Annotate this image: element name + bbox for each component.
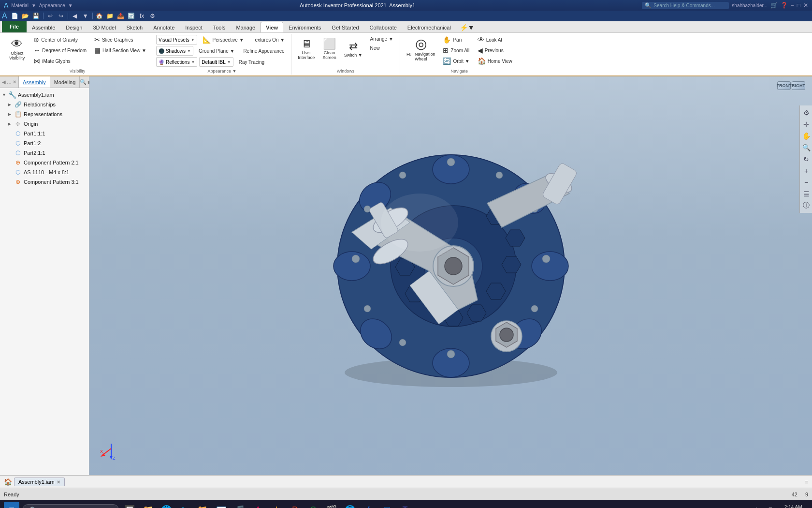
taskbar-music-icon[interactable]: 🎵	[232, 502, 247, 508]
help-icon[interactable]: ❓	[781, 2, 788, 9]
taskbar-powerpoint-icon[interactable]: P	[287, 502, 303, 508]
rt-rotate-btn[interactable]: ↻	[801, 154, 812, 164]
tree-item-as1110[interactable]: ⬡ AS 1110 - M4 x 8:1	[0, 167, 89, 177]
tree-item-representations[interactable]: ▶ 📋 Representations	[0, 109, 89, 119]
tab-view[interactable]: View	[261, 22, 283, 32]
tab-manage[interactable]: Manage	[231, 22, 261, 32]
tab-tools[interactable]: Tools	[208, 22, 231, 32]
expander-origin[interactable]: ▶	[8, 121, 14, 126]
rt-zoom-btn[interactable]: 🔍	[801, 142, 812, 153]
search-box[interactable]: 🔍 Search Help & Commands...	[642, 2, 729, 9]
imate-glyphs-button[interactable]: ⋈ iMate Glyphs	[30, 56, 90, 66]
maximize-button[interactable]: □	[797, 2, 800, 9]
home-icon-btn[interactable]: 🏠	[4, 478, 12, 486]
document-tab-assembly1[interactable]: Assembly1.iam ✕	[14, 478, 65, 486]
tab-bar-options[interactable]: ≡	[805, 479, 808, 485]
taskbar-davinci-icon[interactable]: 🎬	[324, 502, 339, 508]
expander-relationships[interactable]: ▶	[8, 102, 14, 107]
tab-3dmodel[interactable]: 3D Model	[88, 22, 121, 32]
qa-open[interactable]: 📂	[21, 12, 30, 20]
taskbar-explorer-icon[interactable]: 📂	[195, 502, 211, 508]
cart-icon[interactable]: 🛒	[770, 2, 778, 9]
new-window-button[interactable]: New	[367, 44, 397, 52]
panel-close-btn[interactable]: ✕	[13, 79, 16, 85]
rt-zoom-in-btn[interactable]: +	[801, 165, 812, 176]
tab-design[interactable]: Design	[60, 22, 87, 32]
qa-back[interactable]: ◀	[70, 12, 80, 20]
reflections-dropdown[interactable]: 🔮 Reflections ▼	[156, 57, 197, 67]
expander-representations[interactable]: ▶	[8, 112, 14, 117]
arrange-button[interactable]: Arrange ▼	[367, 35, 397, 43]
view-cube-front[interactable]: FRONT	[777, 81, 791, 90]
rt-cursor-btn[interactable]: ✛	[801, 119, 812, 130]
refine-appearance-button[interactable]: Refine Appearance	[240, 47, 288, 55]
taskbar-edge-icon[interactable]: 🌐	[159, 502, 174, 508]
tab-environments[interactable]: Environments	[283, 22, 326, 32]
zoom-all-button[interactable]: ⊞ Zoom All	[439, 45, 473, 55]
ray-tracing-button[interactable]: Ray Tracing	[235, 58, 268, 66]
panel-search-icon[interactable]: 🔍	[80, 79, 87, 85]
taskbar-notifications[interactable]: □	[804, 506, 808, 508]
taskbar-facebook-icon[interactable]: f	[361, 502, 376, 508]
tab-getstarted[interactable]: Get Started	[326, 22, 364, 32]
orbit-button[interactable]: 🔄 Orbit ▼	[439, 56, 473, 66]
tab-file[interactable]: File	[2, 21, 27, 32]
qa-publish[interactable]: 📤	[116, 12, 126, 20]
tab-collaborate[interactable]: Collaborate	[364, 22, 402, 32]
qa-open2[interactable]: 📁	[105, 12, 115, 20]
previous-view-button[interactable]: ◀ Previous	[474, 45, 516, 55]
qa-settings[interactable]: ⚙	[148, 12, 158, 20]
panel-back-btn[interactable]: ◀	[2, 79, 6, 85]
half-section-button[interactable]: ▦ Half Section View ▼	[91, 45, 150, 55]
taskbar-search[interactable]: 🔍 Type here to search	[22, 504, 119, 508]
tab-inspect[interactable]: Inspect	[180, 22, 207, 32]
tree-item-part1-1-1[interactable]: ⬡ Part1:1:1	[0, 129, 89, 138]
tree-item-comp-pattern-3-1[interactable]: ⊕ Component Pattern 3:1	[0, 177, 89, 187]
pan-button[interactable]: ✋ Pan	[439, 35, 473, 45]
textures-button[interactable]: Textures On ▼	[249, 36, 289, 44]
qa-redo[interactable]: ↪	[56, 12, 66, 20]
tab-annotate[interactable]: Annotate	[148, 22, 180, 32]
close-button[interactable]: ✕	[803, 2, 808, 9]
rt-layers-btn[interactable]: ☰	[801, 189, 812, 199]
expander-assembly1[interactable]: ▼	[2, 92, 8, 97]
look-at-button[interactable]: 👁 Look At	[474, 35, 516, 45]
taskbar-mail-icon[interactable]: 📧	[214, 502, 229, 508]
taskbar-clock[interactable]: 2:14 AM 10/4/2020	[781, 505, 802, 508]
taskbar-chrome-icon[interactable]: 🌐	[342, 502, 358, 508]
qa-dropdown[interactable]: ▼	[81, 12, 90, 20]
user-interface-button[interactable]: 🖥 UserInterface	[294, 35, 318, 64]
panel-fwd-btn[interactable]: …	[7, 79, 12, 85]
clean-screen-button[interactable]: ⬜ CleanScreen	[319, 35, 340, 64]
home-view-button[interactable]: 🏠 Home View	[474, 56, 516, 66]
taskbar-task-view[interactable]: 🔲	[122, 502, 137, 508]
start-button[interactable]: ⊞	[4, 502, 19, 508]
perspective-button[interactable]: 📐 Perspective ▼	[199, 35, 247, 45]
tab-sketch[interactable]: Sketch	[121, 22, 148, 32]
qa-save[interactable]: 💾	[31, 12, 41, 20]
taskbar-teams-icon[interactable]: T	[397, 502, 413, 508]
shadows-dropdown[interactable]: 🌑 Shadows ▼	[156, 46, 193, 56]
taskbar-inventor-icon[interactable]: I	[269, 502, 284, 508]
rt-zoom-out-btn[interactable]: −	[801, 177, 812, 188]
taskbar-autodesk-icon[interactable]: A	[250, 502, 266, 508]
full-nav-wheel-button[interactable]: ◎ Full NavigationWheel	[403, 35, 439, 64]
panel-tab-assembly[interactable]: Assembly	[19, 76, 50, 88]
tree-item-relationships[interactable]: ▶ 🔗 Relationships	[0, 100, 89, 109]
qa-new[interactable]: 📄	[10, 12, 20, 20]
object-visibility-button[interactable]: 👁 ObjectVisibility	[5, 35, 29, 64]
tree-item-assembly1iam[interactable]: ▼ 🔧 Assembly1.iam	[0, 90, 89, 100]
default-ibl-dropdown[interactable]: Default IBL ▼	[199, 57, 233, 67]
qa-home[interactable]: 🏠	[95, 12, 104, 20]
degrees-freedom-button[interactable]: ↔ Degrees of Freedom	[30, 45, 90, 55]
tree-item-part2-1-1[interactable]: ⬡ Part2:1:1	[0, 148, 89, 158]
tab-extras[interactable]: ⚡▼	[456, 22, 478, 32]
rt-hand-btn[interactable]: ✋	[801, 131, 812, 141]
tab-electromechanical[interactable]: Electromechanical	[402, 22, 456, 32]
qa-update[interactable]: 🔄	[127, 12, 136, 20]
slice-graphics-button[interactable]: ✂ Slice Graphics	[91, 35, 150, 45]
taskbar-spreadsheet-icon[interactable]: S	[305, 502, 321, 508]
taskbar-store-icon[interactable]: 🗂	[177, 502, 192, 508]
ground-plane-button[interactable]: Ground Plane ▼	[195, 47, 238, 55]
switch-button[interactable]: ⇄ Switch ▼	[341, 35, 366, 64]
